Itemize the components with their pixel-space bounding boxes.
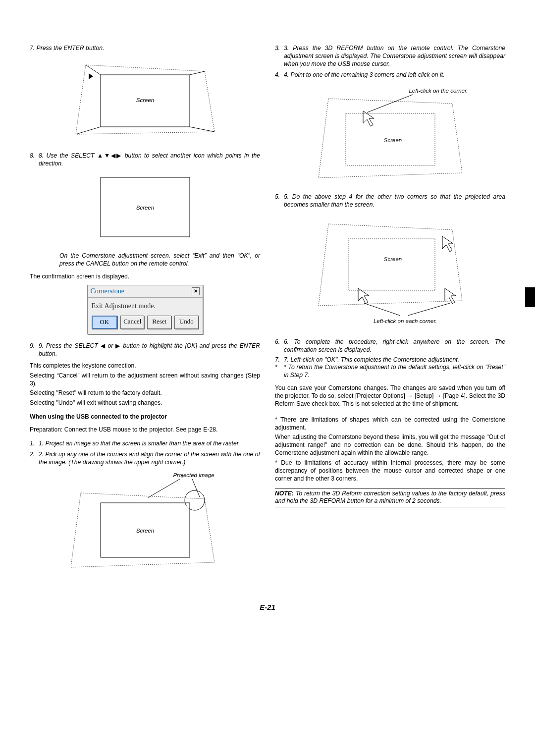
svg-marker-6 [89, 73, 93, 79]
r-star: * * To return the Cornerstone adjustment… [275, 364, 505, 379]
svg-line-23 [408, 303, 450, 316]
svg-line-13 [367, 95, 413, 112]
step-7: 7. Press the ENTER button. [30, 45, 260, 53]
save-text: You can save your Cornerstone changes. T… [275, 384, 505, 408]
r-step-5: 5. 5. Do the above step 4 for the other … [275, 193, 505, 209]
undo-button[interactable]: Undo [174, 316, 199, 329]
note-label: NOTE: [275, 490, 294, 497]
svg-line-8 [192, 479, 200, 497]
fig3-screen-label: Screen [136, 528, 154, 534]
usb-prep: Preparation: Connect the USB mouse to th… [30, 426, 260, 434]
lim2: When adjusting the Cornerstone beyond th… [275, 433, 505, 457]
r-step-3: 3. 3. Press the 3D REFORM button on the … [275, 45, 505, 68]
fig2-screen-label: Screen [136, 205, 154, 211]
dialog-title: Cornerstone [91, 287, 124, 296]
fig-click-each: Screen Left-click on each corner. [275, 214, 505, 330]
close-icon[interactable]: ✕ [192, 287, 200, 295]
r-step-7: 7. 7. Left-click on "OK". This completes… [275, 356, 505, 364]
ok-button[interactable]: OK [92, 316, 117, 329]
svg-line-22 [364, 303, 400, 316]
fig5-screen-label: Screen [383, 256, 401, 262]
right-arrow-icon: ▶ [115, 342, 120, 349]
left-arrow-icon: ◀ [101, 342, 106, 349]
r-step-4: 4. 4. Point to one of the remaining 3 co… [275, 71, 505, 79]
fig-projected: Projected image Screen [30, 468, 260, 580]
svg-marker-16 [363, 111, 374, 126]
svg-line-5 [76, 127, 101, 134]
lim1: * There are limitations of shapes which … [275, 416, 505, 432]
usb-step-1: 1. 1. Project an image so that the scree… [30, 440, 260, 448]
svg-line-4 [190, 127, 214, 132]
direction-arrows-icon: ▲▼◀▶ [97, 152, 122, 159]
fig5-label: Left-click on each corner. [373, 318, 436, 324]
cornerstone-dialog: Cornerstone ✕ Exit Adjustment mode. OK C… [87, 285, 203, 334]
fig-click-corner: Left-click on the corner. Screen [275, 84, 505, 185]
fig-screen-2: Screen [30, 172, 260, 244]
dialog-body: Exit Adjustment mode. [88, 298, 203, 316]
usb-heading: When using the USB connected to the proj… [30, 413, 260, 421]
step-8: 8. 8. Use the SELECT ▲▼◀▶ button to sele… [30, 152, 260, 168]
reset-button[interactable]: Reset [147, 316, 171, 329]
page-number: E-21 [30, 602, 505, 612]
fig2-note: On the Cornerstone adjustment screen, se… [59, 252, 260, 268]
svg-line-3 [190, 71, 205, 75]
t3: Selecting "Reset" will return to the fac… [30, 389, 260, 397]
confirm-text: The confirmation screen is displayed. [30, 273, 260, 281]
t1: This completes the keystone correction. [30, 362, 260, 370]
note-text: To return the 3D Reform correction setti… [275, 490, 505, 505]
edge-tab [525, 287, 535, 307]
svg-line-9 [148, 479, 180, 498]
svg-point-12 [185, 490, 205, 510]
svg-marker-20 [445, 288, 456, 304]
usb-step-2: 2. 2. Pick up any one of the corners and… [30, 451, 260, 467]
fig4-screen-label: Screen [383, 137, 401, 143]
fig1-screen-label: Screen [136, 97, 154, 103]
step-9: 9. 9. Press the SELECT ◀ or ▶ button to … [30, 342, 260, 358]
fig-screen-1: Screen [30, 57, 260, 144]
svg-line-2 [86, 65, 101, 75]
left-column: 7. Press the ENTER button. Screen 8. 8. … [30, 45, 260, 588]
svg-marker-18 [348, 239, 435, 291]
svg-marker-21 [442, 236, 453, 252]
cancel-button[interactable]: Cancel [120, 316, 145, 329]
svg-marker-17 [319, 224, 462, 306]
fig3-proj-label: Projected image [173, 472, 214, 478]
r-step-6: 6. 6. To complete the procedure, right-c… [275, 338, 505, 354]
t4: Selecting "Undo" will exit without savin… [30, 399, 260, 407]
right-column: 3. 3. Press the 3D REFORM button on the … [275, 45, 505, 588]
note-block: NOTE: To return the 3D Reform correction… [275, 488, 505, 508]
fig4-label: Left-click on the corner. [409, 88, 468, 94]
lim3: * Due to limitations of accuracy within … [275, 459, 505, 483]
t2: Selecting “Cancel” will return to the ad… [30, 372, 260, 388]
